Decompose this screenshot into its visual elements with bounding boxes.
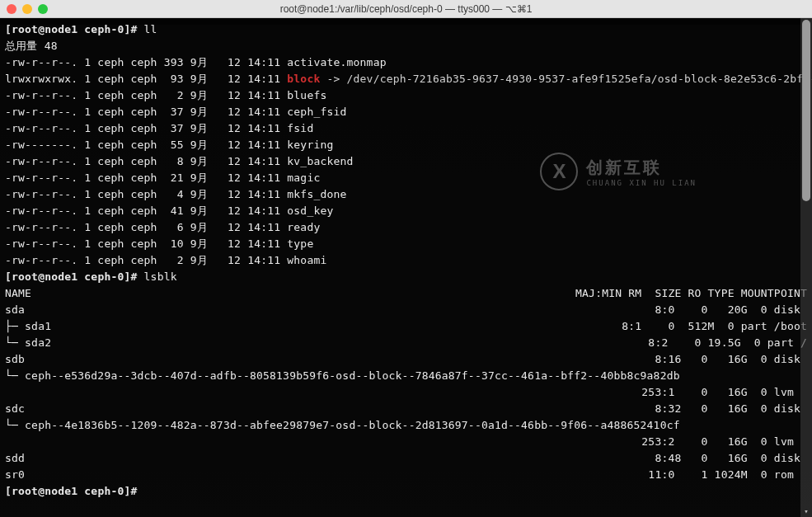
file-name: bluefs <box>287 89 326 101</box>
scrollbar-thumb[interactable] <box>802 20 810 201</box>
prompt-line: [root@node1 ceph-0]# ll <box>5 21 807 38</box>
ls-row: -rw-r--r--. 1 ceph ceph 37 9月 12 14:11 c… <box>5 104 807 120</box>
total-line: 总用量 48 <box>5 38 807 54</box>
ls-row: lrwxrwxrwx. 1 ceph ceph 93 9月 12 14:11 b… <box>5 71 807 87</box>
terminal[interactable]: [root@node1 ceph-0]# ll总用量 48-rw-r--r--.… <box>0 18 812 517</box>
ls-row: -rw-r--r--. 1 ceph ceph 4 9月 12 14:11 mk… <box>5 186 807 203</box>
file-name: activate.monmap <box>287 56 386 68</box>
file-name: keyring <box>287 139 333 151</box>
file-name: magic <box>287 172 320 184</box>
lsblk-row: ├─ sda1 8:1 0 512M 0 part /boot <box>5 318 807 335</box>
lsblk-row: 253:2 0 16G 0 lvm <box>5 434 807 450</box>
file-name: whoami <box>287 254 326 266</box>
ls-row: -rw-r--r--. 1 ceph ceph 8 9月 12 14:11 kv… <box>5 153 807 170</box>
ls-row: -rw-r--r--. 1 ceph ceph 37 9月 12 14:11 f… <box>5 120 807 137</box>
maximize-icon[interactable] <box>38 4 48 14</box>
prompt-line: [root@node1 ceph-0]# lsblk <box>5 269 807 285</box>
lsblk-row: sr0 11:0 1 1024M 0 rom <box>5 467 807 483</box>
ls-row: -rw-r--r--. 1 ceph ceph 2 9月 12 14:11 bl… <box>5 87 807 104</box>
ls-row: -rw-r--r--. 1 ceph ceph 6 9月 12 14:11 re… <box>5 219 807 236</box>
scroll-down-icon[interactable]: ▾ <box>800 505 812 517</box>
lsblk-row: sdd 8:48 0 16G 0 disk <box>5 450 807 467</box>
window-title: root@node1:/var/lib/ceph/osd/ceph-0 — tt… <box>280 3 533 15</box>
scrollbar[interactable]: ▾ <box>800 18 812 517</box>
ls-row: -rw-r--r--. 1 ceph ceph 10 9月 12 14:11 t… <box>5 236 807 252</box>
lsblk-row: └─ ceph--4e1836b5--1209--482a--873d--abf… <box>5 417 807 434</box>
close-icon[interactable] <box>7 4 16 14</box>
lsblk-row: sdc 8:32 0 16G 0 disk <box>5 401 807 417</box>
file-name: ready <box>287 221 320 233</box>
lsblk-row: 253:1 0 16G 0 lvm <box>5 384 807 401</box>
lsblk-row: └─ sda2 8:2 0 19.5G 0 part / <box>5 335 807 351</box>
ls-row: -rw-r--r--. 1 ceph ceph 2 9月 12 14:11 wh… <box>5 252 807 269</box>
symlink-name: block <box>287 73 320 85</box>
ls-row: -rw-r--r--. 1 ceph ceph 393 9月 12 14:11 … <box>5 54 807 71</box>
ls-row: -rw-r--r--. 1 ceph ceph 21 9月 12 14:11 m… <box>5 170 807 186</box>
file-name: type <box>287 237 313 250</box>
file-name: fsid <box>287 122 313 134</box>
command: lsblk <box>144 270 177 283</box>
file-name: osd_key <box>287 204 333 217</box>
file-name: kv_backend <box>287 155 353 167</box>
ls-row: -rw-------. 1 ceph ceph 55 9月 12 14:11 k… <box>5 137 807 153</box>
prompt-line: [root@node1 ceph-0]# <box>5 483 807 500</box>
lsblk-header: NAMEMAJ:MIN RM SIZE RO TYPE MOUNTPOINT <box>5 285 807 302</box>
file-name: mkfs_done <box>287 188 346 200</box>
lsblk-row: sda 8:0 0 20G 0 disk <box>5 302 807 318</box>
ls-row: -rw-r--r--. 1 ceph ceph 41 9月 12 14:11 o… <box>5 203 807 219</box>
minimize-icon[interactable] <box>22 4 32 14</box>
command: ll <box>144 23 157 35</box>
window-titlebar: root@node1:/var/lib/ceph/osd/ceph-0 — tt… <box>0 0 812 18</box>
lsblk-row: sdb 8:16 0 16G 0 disk <box>5 351 807 368</box>
lsblk-row: └─ ceph--e536d29a--3dcb--407d--adfb--805… <box>5 368 807 384</box>
file-name: ceph_fsid <box>287 106 346 118</box>
